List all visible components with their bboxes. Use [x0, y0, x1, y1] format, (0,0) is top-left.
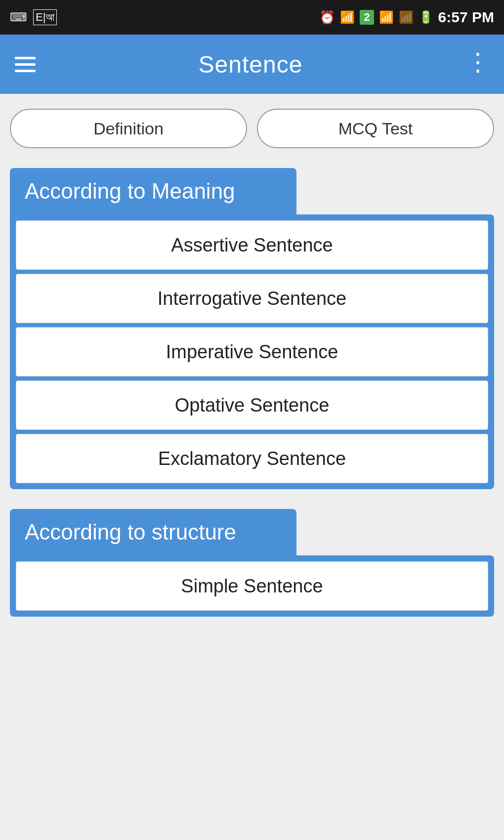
battery-icon: 🔋 — [419, 10, 433, 24]
according-to-meaning-header: According to Meaning — [10, 168, 296, 214]
signal2-icon: 📶 — [399, 10, 414, 24]
list-item[interactable]: Imperative Sentence — [16, 327, 488, 377]
list-item[interactable]: Optative Sentence — [16, 380, 488, 430]
time-display: 6:57 PM — [438, 9, 494, 26]
content-area: Definition MCQ Test According to Meaning… — [0, 94, 504, 840]
definition-tab[interactable]: Definition — [10, 109, 247, 148]
status-bar-left-icons: ⌨ E|আ — [10, 9, 57, 25]
hamburger-line-3 — [15, 70, 36, 72]
list-item[interactable]: Assertive Sentence — [16, 220, 488, 270]
according-to-structure-body: Simple Sentence — [10, 555, 494, 617]
list-item[interactable]: Interrogative Sentence — [16, 274, 488, 323]
status-bar-right-icons: ⏰ 📶 2 📶 📶 🔋 6:57 PM — [319, 9, 494, 26]
wifi-icon: 📶 — [340, 10, 355, 24]
alarm-icon: ⏰ — [319, 10, 335, 25]
signal-icon: 📶 — [379, 10, 394, 24]
hamburger-menu-button[interactable] — [15, 57, 36, 72]
according-to-meaning-section: According to Meaning Assertive Sentence … — [10, 168, 494, 489]
according-to-meaning-body: Assertive Sentence Interrogative Sentenc… — [10, 214, 494, 489]
according-to-structure-section: According to structure Simple Sentence — [10, 509, 494, 617]
more-options-button[interactable]: ⋮ — [465, 49, 489, 79]
app-bar-title: Sentence — [199, 51, 303, 78]
dictionary-icon: E|আ — [33, 9, 57, 25]
app-bar: Sentence ⋮ — [0, 35, 504, 94]
hamburger-line-1 — [15, 57, 36, 59]
tab-row: Definition MCQ Test — [10, 109, 494, 148]
mcq-test-tab[interactable]: MCQ Test — [257, 109, 494, 148]
usb-icon: ⌨ — [10, 10, 27, 24]
list-item[interactable]: Exclamatory Sentence — [16, 434, 488, 483]
list-item[interactable]: Simple Sentence — [16, 561, 488, 611]
according-to-structure-header: According to structure — [10, 509, 296, 555]
status-bar: ⌨ E|আ ⏰ 📶 2 📶 📶 🔋 6:57 PM — [0, 0, 504, 35]
hamburger-line-2 — [15, 63, 36, 66]
sim-badge: 2 — [360, 10, 374, 25]
